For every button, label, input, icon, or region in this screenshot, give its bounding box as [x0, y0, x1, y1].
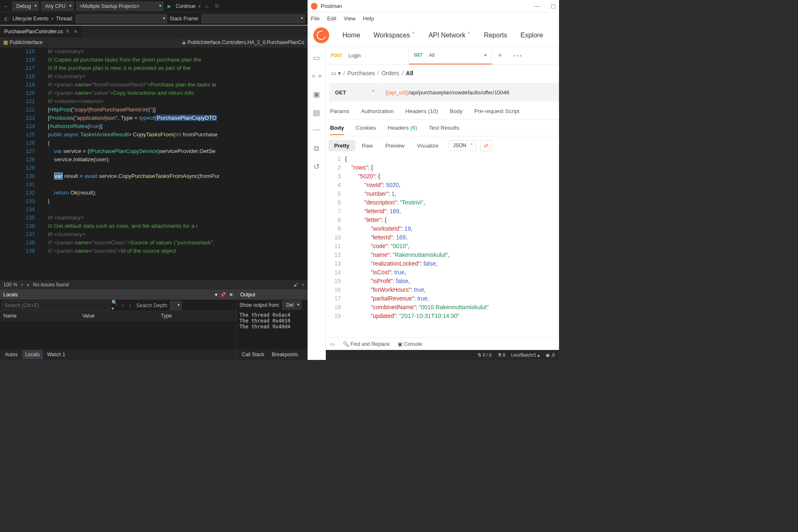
- vs-debug-toolbar: ◧ Lifecycle Events▾ Thread: Stack Frame:: [0, 12, 308, 25]
- nav-reports[interactable]: Reports: [484, 32, 507, 39]
- wrap-icon[interactable]: ⇄: [480, 140, 492, 151]
- continue-label[interactable]: Continue: [176, 3, 196, 9]
- response-viewbar: Pretty Raw Preview Visualize JSON ⇄: [326, 136, 559, 155]
- request-tab[interactable]: POST Login: [326, 47, 409, 64]
- output-title: Output: [240, 292, 255, 298]
- tab-headers[interactable]: Headers (10): [405, 108, 438, 114]
- nav-apinetwork[interactable]: API Network ˅: [429, 31, 470, 39]
- continue-icon[interactable]: ▶: [166, 2, 173, 10]
- dropdown-icon[interactable]: ▾: [215, 292, 217, 298]
- pin-icon[interactable]: 📌: [220, 292, 226, 298]
- postman-mainnav: Home Workspaces ˅ API Network ˅ Reports …: [308, 24, 559, 47]
- apis-icon[interactable]: ⚬⚬: [310, 71, 323, 81]
- hide-panel-icon[interactable]: ▭: [330, 341, 335, 347]
- tab-breakpoints[interactable]: Breakpoints: [268, 350, 301, 359]
- menu-file[interactable]: File: [311, 15, 320, 22]
- search-icon[interactable]: 🔍▾: [111, 302, 119, 309]
- pin-icon[interactable]: ⇱: [66, 29, 70, 34]
- nav-type[interactable]: ⬙ PublicInterface.Controllers.HA_2_0.Pur…: [179, 37, 308, 47]
- thread-dropdown[interactable]: [76, 14, 167, 23]
- environments-icon[interactable]: ▣: [313, 90, 320, 99]
- nav-project[interactable]: ▦ PublicInterface: [0, 37, 179, 47]
- history-icon[interactable]: ↺: [313, 162, 320, 171]
- config-dropdown[interactable]: Debug: [12, 2, 39, 11]
- method-dropdown[interactable]: GET˅: [329, 83, 381, 101]
- find-replace[interactable]: 🔍 Find and Replace: [343, 341, 389, 347]
- res-tab-body[interactable]: Body: [330, 125, 344, 131]
- tab-authorization[interactable]: Authorization: [361, 108, 394, 114]
- crumb[interactable]: Purchases: [347, 70, 375, 76]
- down-icon[interactable]: ↓: [126, 302, 134, 309]
- menu-help[interactable]: Help: [363, 15, 374, 22]
- menu-view[interactable]: View: [344, 15, 355, 22]
- console-link[interactable]: ▣ Console: [398, 341, 422, 347]
- view-preview[interactable]: Preview: [379, 140, 410, 151]
- flask-icon[interactable]: ⚗ 8: [498, 352, 505, 358]
- issues-status[interactable]: No issues found: [33, 282, 69, 288]
- res-tab-headers[interactable]: Headers (6): [388, 125, 417, 131]
- tab-autos[interactable]: Autos: [2, 350, 21, 359]
- postman-sidebar: ▭ ⚬⚬ ▣ ▤ 〰 ⧉ ↺: [308, 47, 326, 360]
- close-icon[interactable]: ✕: [74, 29, 78, 34]
- tab-watch-1[interactable]: Watch 1: [44, 350, 69, 359]
- tab-filename: PurchasePlanController.cs: [4, 29, 63, 34]
- nav-explore[interactable]: Explore: [520, 32, 543, 39]
- zoom-level[interactable]: 100 %: [3, 282, 17, 288]
- res-tab-testresults[interactable]: Test Results: [429, 125, 460, 131]
- monitors-icon[interactable]: 〰: [313, 126, 320, 135]
- tab-locals[interactable]: Locals: [22, 350, 43, 359]
- restart-icon[interactable]: ↻: [213, 2, 221, 10]
- up-icon[interactable]: ↑: [119, 302, 126, 309]
- tab-prerequest[interactable]: Pre-request Script: [474, 108, 520, 114]
- menu-edit[interactable]: Edit: [327, 15, 336, 22]
- startup-dropdown[interactable]: <Multiple Startup Projects>: [76, 2, 163, 11]
- code-editor[interactable]: 1151161171181191201211221231241251261271…: [0, 47, 308, 280]
- depth-dropdown[interactable]: [170, 301, 182, 310]
- view-pretty[interactable]: Pretty: [328, 140, 355, 151]
- tab-body[interactable]: Body: [450, 108, 463, 114]
- lifecycle-dropdown[interactable]: Lifecycle Events: [12, 16, 49, 22]
- format-dropdown[interactable]: JSON: [448, 140, 476, 151]
- locals-title: Locals: [3, 292, 18, 298]
- platform-dropdown[interactable]: Any CPU: [41, 2, 73, 11]
- tab-callstack[interactable]: Call Stack: [239, 350, 268, 359]
- close-icon[interactable]: ✕: [229, 292, 233, 298]
- mockservers-icon[interactable]: ▤: [313, 108, 320, 117]
- response-tabs: Body Cookies Headers (6) Test Results: [326, 120, 559, 136]
- toggle-icon[interactable]: ◧: [2, 15, 10, 22]
- nav-workspaces[interactable]: Workspaces ˅: [374, 31, 415, 39]
- tab-params[interactable]: Params: [330, 108, 350, 114]
- maximize-icon[interactable]: ▢: [551, 3, 556, 9]
- collections-icon[interactable]: ▭: [313, 53, 320, 62]
- branch-status[interactable]: Levi/Batch/1 ▴: [511, 352, 540, 358]
- user-icon[interactable]: ◉ JI: [546, 352, 555, 358]
- locals-search[interactable]: [2, 301, 110, 310]
- view-visualize[interactable]: Visualize: [411, 140, 444, 151]
- crumb[interactable]: Orders: [382, 70, 399, 76]
- res-tab-cookies[interactable]: Cookies: [356, 125, 376, 131]
- json-lines[interactable]: { "rows": { "5020": { "rowId": 5020, "nu…: [345, 155, 559, 337]
- request-tab[interactable]: GET All•: [409, 47, 492, 64]
- sync-icon[interactable]: ⇅ 0 / 0: [478, 352, 491, 358]
- postman-logo-icon[interactable]: [313, 27, 329, 43]
- tab-menu-icon[interactable]: ∘∘∘: [508, 53, 527, 59]
- hot-reload-icon[interactable]: ♨: [203, 2, 211, 10]
- flows-icon[interactable]: ⧉: [314, 144, 319, 153]
- back-icon[interactable]: ←: [2, 2, 10, 10]
- editor-statusbar: 100 %▾ ● No issues found 🖌▾: [0, 280, 308, 289]
- view-raw[interactable]: Raw: [356, 140, 379, 151]
- url-input[interactable]: {{api_url}}/api/purchaseplan/rowdefaults…: [381, 83, 559, 101]
- editor-tab[interactable]: PurchasePlanController.cs ⇱ ✕: [0, 26, 82, 37]
- code-lines[interactable]: /// <summary> /// Copies all purchase ta…: [42, 47, 308, 280]
- postman-pane: Postman — ▢ File Edit View Help Home Wor…: [308, 0, 559, 360]
- new-tab-icon[interactable]: +: [492, 51, 508, 60]
- postman-titlebar[interactable]: Postman — ▢: [308, 0, 559, 12]
- json-response[interactable]: 12345678910111213141516171819 { "rows": …: [326, 155, 559, 337]
- nav-home[interactable]: Home: [342, 32, 360, 39]
- collection-icon[interactable]: ▭ ▾: [331, 70, 341, 76]
- output-body[interactable]: The thread 0x6ac4 The thread 0x4610 The …: [237, 310, 308, 349]
- stackframe-dropdown[interactable]: [202, 14, 305, 23]
- minimize-icon[interactable]: —: [534, 3, 540, 9]
- output-from-dropdown[interactable]: Del: [282, 300, 301, 310]
- brush-icon[interactable]: 🖌: [293, 282, 298, 288]
